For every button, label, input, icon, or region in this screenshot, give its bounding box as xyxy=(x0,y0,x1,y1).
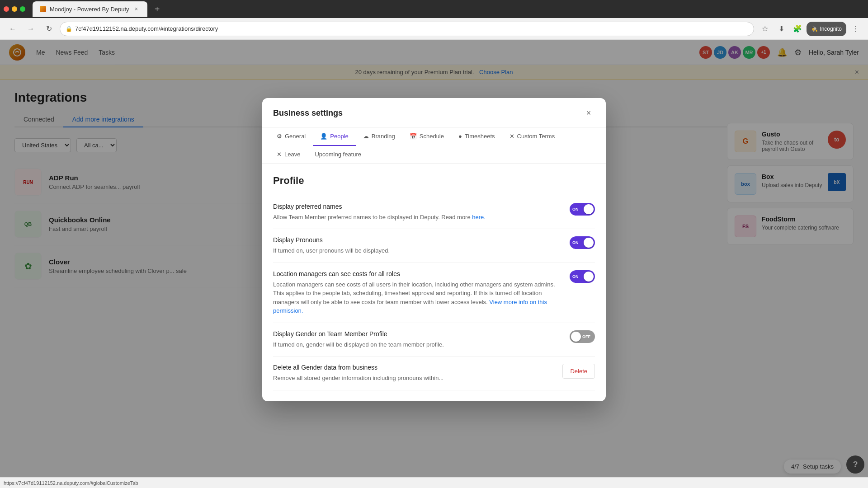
setting-delete-gender: Delete all Gender data from business Rem… xyxy=(273,357,595,390)
profile-section-title: Profile xyxy=(273,175,595,187)
modal-tab-custom-terms[interactable]: ✕ Custom Terms xyxy=(502,127,562,146)
location-costs-label: Location managers can see costs for all … xyxy=(273,270,559,277)
gender-profile-toggle[interactable]: OFF xyxy=(570,330,595,343)
modal-body: Profile Display preferred names Allow Te… xyxy=(262,164,606,401)
modal-tab-leave[interactable]: ✕ Leave xyxy=(269,145,307,164)
modal-tab-general[interactable]: ⚙ General xyxy=(269,127,313,146)
gender-profile-label: Display Gender on Team Member Profile xyxy=(273,330,559,338)
toolbar-actions: ☆ ⬇ 🧩 🕵 Incognito ⋮ xyxy=(758,22,863,36)
pronouns-desc: If turned on, user pronouns will be disp… xyxy=(273,246,559,255)
people-icon: 👤 xyxy=(320,133,327,140)
schedule-icon: 📅 xyxy=(410,133,417,140)
preferred-names-link[interactable]: here. xyxy=(472,214,486,221)
preferred-names-toggle[interactable]: ON xyxy=(570,203,595,216)
pronouns-toggle[interactable]: ON xyxy=(570,236,595,249)
upcoming-feature-label: Upcoming feature xyxy=(315,151,361,158)
branding-icon: ☁ xyxy=(363,133,369,140)
forward-button[interactable]: → xyxy=(24,22,38,36)
business-settings-modal: Business settings × ⚙ General 👤 People ☁… xyxy=(262,98,606,401)
reload-button[interactable]: ↻ xyxy=(42,22,56,36)
browser-titlebar: Moodjoy - Powered By Deputy × + xyxy=(0,0,868,18)
statusbar-url: https://7cf47d19112152.na.deputy.com/#gl… xyxy=(4,480,138,486)
preferred-names-label: Display preferred names xyxy=(273,203,559,210)
general-icon: ⚙ xyxy=(277,133,282,140)
menu-button[interactable]: ⋮ xyxy=(848,22,863,36)
setting-preferred-names: Display preferred names Allow Team Membe… xyxy=(273,196,595,230)
location-costs-toggle[interactable]: ON xyxy=(570,270,595,283)
modal-tab-people[interactable]: 👤 People xyxy=(313,127,355,146)
modal-title: Business settings xyxy=(273,108,343,125)
address-text: 7cf47d19112152.na.deputy.com/#integratio… xyxy=(75,25,218,32)
setting-pronouns: Display Pronouns If turned on, user pron… xyxy=(273,229,595,263)
incognito-label: Incognito xyxy=(820,26,842,32)
tab-title: Moodjoy - Powered By Deputy xyxy=(50,6,129,13)
modal-tab-schedule[interactable]: 📅 Schedule xyxy=(402,127,451,146)
modal-tab-upcoming[interactable]: Upcoming feature xyxy=(307,145,368,164)
custom-terms-icon: ✕ xyxy=(509,133,514,140)
extensions-button[interactable]: 🧩 xyxy=(790,22,805,36)
back-button[interactable]: ← xyxy=(5,22,20,36)
browser-tab[interactable]: Moodjoy - Powered By Deputy × xyxy=(33,1,147,17)
modal-overlay: Business settings × ⚙ General 👤 People ☁… xyxy=(0,40,868,477)
tab-favicon xyxy=(40,6,46,12)
browser-toolbar: ← → ↻ 🔒 7cf47d19112152.na.deputy.com/#in… xyxy=(0,18,868,40)
incognito-badge: 🕵 Incognito xyxy=(807,22,846,36)
gender-profile-desc: If turned on, gender will be displayed o… xyxy=(273,340,559,349)
location-costs-link[interactable]: View more info on this permission. xyxy=(273,299,547,314)
timesheets-icon: ● xyxy=(458,133,462,140)
modal-close-button[interactable]: × xyxy=(582,107,595,120)
address-bar[interactable]: 🔒 7cf47d19112152.na.deputy.com/#integrat… xyxy=(60,22,754,36)
delete-gender-button[interactable]: Delete xyxy=(562,364,595,379)
setting-gender-profile: Display Gender on Team Member Profile If… xyxy=(273,323,595,357)
incognito-icon: 🕵 xyxy=(811,26,818,32)
setting-location-costs: Location managers can see costs for all … xyxy=(273,263,595,323)
tab-close-button[interactable]: × xyxy=(133,5,140,13)
browser-statusbar: https://7cf47d19112152.na.deputy.com/#gl… xyxy=(0,477,868,488)
lock-icon: 🔒 xyxy=(66,26,72,32)
preferred-names-desc: Allow Team Member preferred names to be … xyxy=(273,213,559,222)
new-tab-button[interactable]: + xyxy=(151,3,164,15)
modal-header: Business settings × xyxy=(262,98,606,127)
location-costs-desc: Location managers can see costs of all u… xyxy=(273,280,559,315)
delete-gender-action: Delete xyxy=(562,364,595,379)
modal-tabs-container: ⚙ General 👤 People ☁ Branding 📅 Schedule… xyxy=(262,127,606,164)
delete-gender-label: Delete all Gender data from business xyxy=(273,364,552,371)
modal-tab-branding[interactable]: ☁ Branding xyxy=(356,127,402,146)
download-button[interactable]: ⬇ xyxy=(774,22,788,36)
leave-icon: ✕ xyxy=(277,151,282,158)
delete-gender-desc: Remove all stored gender information inc… xyxy=(273,374,552,383)
bookmark-button[interactable]: ☆ xyxy=(758,22,772,36)
pronouns-label: Display Pronouns xyxy=(273,236,559,244)
modal-tab-timesheets[interactable]: ● Timesheets xyxy=(451,127,502,146)
